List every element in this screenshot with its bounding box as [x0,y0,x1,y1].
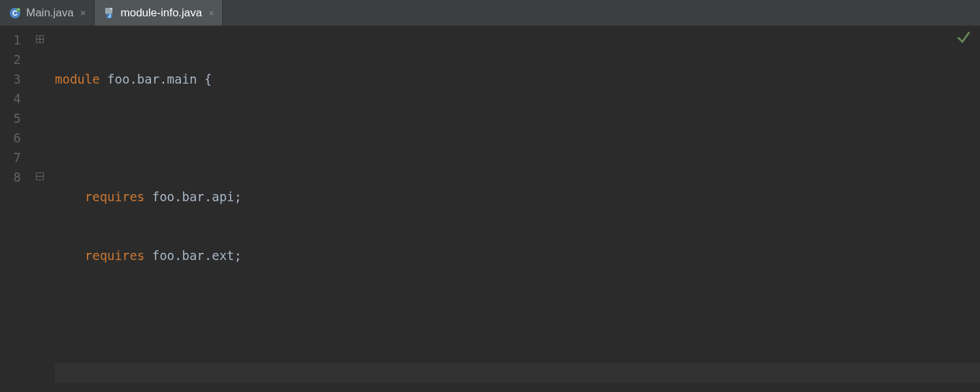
fold-close-icon[interactable] [35,172,44,181]
tab-main-java[interactable]: C Main.java × [0,0,95,25]
tab-label: module-info.java [121,7,203,20]
line-number: 1 [0,30,33,50]
tab-bar: C Main.java × J module-info.java × [0,0,980,26]
line-number: 3 [0,69,33,89]
close-icon[interactable]: × [79,7,88,18]
line-number: 2 [0,50,33,69]
fold-open-icon[interactable] [35,35,44,44]
code-line: module foo.bar.main { [55,69,980,89]
svg-rect-4 [110,8,112,10]
analysis-ok-icon[interactable] [956,30,971,47]
line-number: 6 [0,128,33,148]
code-line: requires foo.bar.ext; [55,246,980,265]
line-number: 5 [0,108,33,128]
close-icon[interactable]: × [207,7,216,18]
tab-label: Main.java [26,7,74,20]
line-number: 4 [0,89,33,108]
code-line [55,304,980,324]
java-file-icon: J [104,7,116,19]
code-line: requires foo.bar.api; [55,187,980,206]
line-number: 8 [0,167,33,187]
line-gutter: 1 2 3 4 5 6 7 8 [0,26,33,392]
tab-module-info-java[interactable]: J module-info.java × [95,0,223,25]
class-icon: C [9,7,21,19]
svg-text:J: J [108,13,110,19]
code-area[interactable]: module foo.bar.main { requires foo.bar.a… [55,26,980,392]
fold-column [33,26,55,392]
code-line-current [55,363,980,383]
code-editor[interactable]: 1 2 3 4 5 6 7 8 module foo.bar.main { re… [0,26,980,392]
code-line [55,128,980,148]
line-number: 7 [0,148,33,167]
